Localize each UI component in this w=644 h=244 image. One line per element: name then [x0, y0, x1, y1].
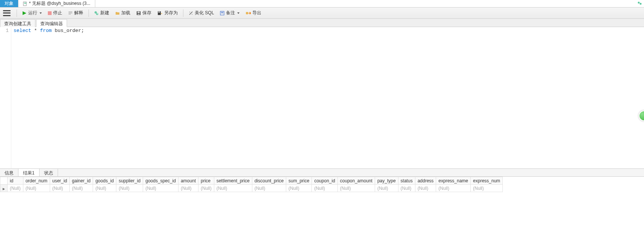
cell-null[interactable]: (Null) — [415, 185, 436, 192]
row-handle[interactable] — [0, 185, 8, 192]
column-header[interactable]: order_num — [23, 177, 50, 185]
menu-toggle-button[interactable] — [3, 10, 11, 16]
column-header[interactable]: discount_price — [252, 177, 286, 185]
stop-button[interactable]: 停止 — [46, 9, 64, 17]
button-label: 导出 — [252, 10, 261, 16]
sql-editor[interactable]: 1 select * from bus_order; — [0, 27, 644, 168]
tab-label: 查询创建工具 — [4, 21, 31, 26]
svg-rect-15 — [137, 14, 140, 15]
header-row: idorder_numuser_idgainer_idgoods_idsuppl… — [0, 177, 503, 185]
column-header[interactable]: goods_id — [93, 177, 116, 185]
sql-text: * — [31, 28, 40, 33]
column-header[interactable]: settlement_price — [214, 177, 252, 185]
svg-marker-5 — [23, 11, 26, 15]
column-header[interactable]: goods_spec_id — [143, 177, 179, 185]
folder-open-icon — [115, 11, 120, 15]
column-header[interactable]: express_num — [471, 177, 503, 185]
sql-text: bus_order; — [52, 28, 84, 33]
tab-query-editor[interactable]: 查询编辑器 — [36, 19, 67, 27]
button-label: 运行 — [28, 10, 37, 16]
cell-null[interactable]: (Null) — [23, 185, 50, 192]
tab-label: * 无标题 @dsyh_business (3... — [29, 0, 90, 7]
tab-label: 对象 — [5, 0, 14, 7]
new-button[interactable]: + 新建 — [92, 9, 111, 17]
svg-point-4 — [640, 3, 642, 5]
tab-objects[interactable]: 对象 — [0, 0, 18, 7]
result-grid[interactable]: idorder_numuser_idgainer_idgoods_idsuppl… — [0, 177, 644, 192]
toolbar-separator — [89, 9, 89, 17]
result-table: idorder_numuser_idgainer_idgoods_idsuppl… — [0, 177, 503, 192]
save-as-icon — [157, 11, 163, 15]
cell-null[interactable]: (Null) — [178, 185, 198, 192]
cell-null[interactable]: (Null) — [436, 185, 471, 192]
editor-sub-tabs: 查询创建工具 查询编辑器 — [0, 19, 644, 27]
svg-rect-6 — [48, 11, 52, 15]
button-label: 保存 — [142, 10, 151, 16]
run-button[interactable]: 运行 — [20, 9, 44, 17]
tab-label: 信息 — [5, 170, 14, 176]
column-header[interactable]: coupon_amount — [337, 177, 375, 185]
svg-point-3 — [638, 2, 640, 4]
note-icon — [220, 11, 224, 15]
cell-null[interactable]: (Null) — [214, 185, 252, 192]
toolbar-separator — [183, 9, 183, 17]
table-row[interactable]: (Null)(Null)(Null)(Null)(Null)(Null)(Nul… — [0, 185, 503, 192]
cell-null[interactable]: (Null) — [337, 185, 375, 192]
cell-null[interactable]: (Null) — [50, 185, 69, 192]
wand-icon — [189, 11, 193, 15]
line-number: 1 — [6, 28, 9, 33]
column-header[interactable]: supplier_id — [116, 177, 143, 185]
sync-icon[interactable] — [637, 1, 642, 6]
column-header[interactable]: pay_type — [375, 177, 398, 185]
cell-null[interactable]: (Null) — [116, 185, 143, 192]
column-header[interactable]: address — [415, 177, 436, 185]
cell-null[interactable]: (Null) — [471, 185, 503, 192]
column-header[interactable]: user_id — [50, 177, 69, 185]
dropdown-caret-icon — [237, 12, 240, 14]
svg-rect-22 — [221, 12, 223, 12]
dropdown-caret-icon — [40, 12, 42, 14]
column-header[interactable]: express_name — [436, 177, 471, 185]
cell-null[interactable]: (Null) — [93, 185, 116, 192]
cell-null[interactable]: (Null) — [8, 185, 23, 192]
load-button[interactable]: 加载 — [113, 9, 133, 17]
save-icon — [136, 11, 141, 15]
svg-point-19 — [189, 12, 190, 12]
cell-null[interactable]: (Null) — [286, 185, 312, 192]
save-button[interactable]: 保存 — [134, 9, 154, 17]
beautify-sql-button[interactable]: 美化 SQL — [186, 9, 216, 17]
sql-keyword: select — [14, 28, 31, 33]
cell-null[interactable]: (Null) — [70, 185, 93, 192]
column-header[interactable]: status — [398, 177, 415, 185]
tab-status[interactable]: 状态 — [40, 169, 58, 176]
cell-null[interactable]: (Null) — [252, 185, 286, 192]
tab-query-builder[interactable]: 查询创建工具 — [0, 19, 35, 27]
cell-null[interactable]: (Null) — [375, 185, 398, 192]
column-header[interactable]: price — [198, 177, 214, 185]
tab-info[interactable]: 信息 — [0, 169, 18, 176]
cell-null[interactable]: (Null) — [312, 185, 337, 192]
note-button[interactable]: 备注 — [218, 9, 242, 17]
button-label: 解释 — [74, 10, 83, 16]
export-button[interactable]: 导出 — [243, 9, 264, 17]
explain-button[interactable]: 解释 — [66, 9, 85, 17]
tab-result-1[interactable]: 结果1 — [18, 169, 40, 176]
column-header[interactable]: gainer_id — [70, 177, 93, 185]
column-header[interactable]: coupon_id — [312, 177, 337, 185]
cell-null[interactable]: (Null) — [398, 185, 415, 192]
column-header[interactable]: amount — [178, 177, 198, 185]
stop-icon — [48, 11, 52, 15]
tab-query-untitled[interactable]: * 无标题 @dsyh_business (3... — [18, 0, 95, 7]
explain-icon — [68, 11, 73, 15]
save-as-button[interactable]: 另存为 — [155, 9, 180, 17]
export-icon — [246, 11, 251, 15]
cell-null[interactable]: (Null) — [198, 185, 214, 192]
svg-rect-8 — [69, 13, 72, 13]
cell-null[interactable]: (Null) — [143, 185, 179, 192]
svg-point-20 — [192, 14, 192, 15]
svg-rect-1 — [24, 3, 26, 3]
column-header[interactable]: id — [8, 177, 23, 185]
tab-label: 状态 — [44, 170, 53, 176]
column-header[interactable]: sum_price — [286, 177, 312, 185]
tab-label: 查询编辑器 — [40, 21, 63, 26]
